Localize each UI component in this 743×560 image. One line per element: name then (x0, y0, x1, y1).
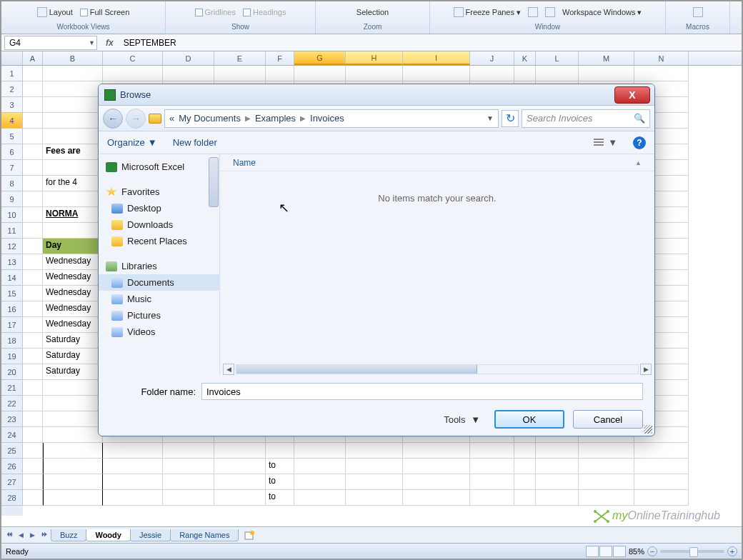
row-header-15[interactable]: 15 (1, 286, 23, 301)
cell-C1[interactable] (103, 66, 163, 81)
scroll-left-button[interactable]: ◀ (223, 364, 234, 375)
row-header-10[interactable]: 10 (1, 207, 23, 223)
forward-button[interactable]: → (126, 109, 146, 129)
cell-M27[interactable] (579, 474, 634, 490)
dialog-titlebar[interactable]: Browse X (99, 84, 654, 106)
row-header-26[interactable]: 26 (1, 459, 23, 474)
cell-K25[interactable] (514, 443, 536, 459)
fullscreen-button[interactable]: Full Screen (80, 8, 130, 16)
sidebar-item-music[interactable]: Music (99, 291, 219, 307)
cell-A24[interactable] (23, 427, 43, 443)
cell-B7[interactable] (43, 160, 103, 176)
cell-K1[interactable] (514, 66, 536, 81)
cell-F25[interactable] (266, 443, 294, 459)
row-header-25[interactable]: 25 (1, 443, 23, 459)
cell-E1[interactable] (214, 66, 266, 81)
cell-B20[interactable]: Saturday (43, 364, 103, 380)
cell-H25[interactable] (346, 443, 403, 459)
first-sheet-button[interactable]: ⯬ (4, 529, 14, 541)
cell-A10[interactable] (23, 207, 43, 223)
cell-N25[interactable] (634, 443, 689, 459)
cell-N1[interactable] (634, 66, 689, 81)
select-all-corner[interactable] (1, 51, 23, 65)
cell-C27[interactable] (103, 474, 163, 490)
scroll-thumb[interactable] (236, 365, 477, 374)
cell-A12[interactable] (23, 239, 43, 254)
cell-A7[interactable] (23, 160, 43, 176)
column-header-C[interactable]: C (103, 51, 163, 65)
row-header-13[interactable]: 13 (1, 254, 23, 270)
folder-name-input[interactable] (201, 383, 643, 400)
cell-D28[interactable] (163, 490, 214, 506)
row-header-2[interactable]: 2 (1, 81, 23, 97)
cell-E27[interactable] (214, 474, 266, 490)
normal-view-button[interactable] (586, 546, 599, 557)
cell-F1[interactable] (266, 66, 294, 81)
row-header-24[interactable]: 24 (1, 427, 23, 443)
resize-grip[interactable] (644, 425, 652, 434)
cell-H26[interactable] (346, 459, 403, 474)
name-box[interactable]: G4 ▼ (4, 36, 97, 50)
next-sheet-button[interactable]: ▶ (27, 529, 37, 541)
cell-G1[interactable] (294, 66, 346, 81)
row-header-14[interactable]: 14 (1, 270, 23, 286)
cell-C28[interactable] (103, 490, 163, 506)
cell-A9[interactable] (23, 191, 43, 207)
cell-B4[interactable] (43, 113, 103, 129)
cell-J26[interactable] (470, 459, 514, 474)
cell-B15[interactable]: Wednesday (43, 286, 103, 301)
column-header-I[interactable]: I (403, 51, 470, 65)
cell-A22[interactable] (23, 396, 43, 411)
cell-L27[interactable] (536, 474, 579, 490)
last-sheet-button[interactable]: ⯮ (39, 529, 49, 541)
cell-A27[interactable] (23, 474, 43, 490)
sidebar-item-videos[interactable]: Videos (99, 324, 219, 340)
cell-D25[interactable] (163, 443, 214, 459)
cell-D1[interactable] (163, 66, 214, 81)
cell-G28[interactable] (294, 490, 346, 506)
sidebar-item-libraries[interactable]: Libraries (99, 258, 219, 274)
help-button[interactable]: ? (633, 136, 646, 149)
cell-A20[interactable] (23, 364, 43, 380)
row-header-5[interactable]: 5 (1, 129, 23, 144)
cell-B17[interactable]: Wednesday (43, 317, 103, 333)
cell-B19[interactable]: Saturday (43, 349, 103, 364)
row-header-3[interactable]: 3 (1, 97, 23, 113)
cell-B14[interactable]: Wednesday (43, 270, 103, 286)
cell-A15[interactable] (23, 286, 43, 301)
cell-A14[interactable] (23, 270, 43, 286)
row-header-22[interactable]: 22 (1, 396, 23, 411)
cell-G27[interactable] (294, 474, 346, 490)
gridlines-check[interactable]: Gridlines (195, 8, 236, 16)
row-header-7[interactable]: 7 (1, 160, 23, 176)
split-icon[interactable] (528, 7, 538, 17)
row-header-8[interactable]: 8 (1, 176, 23, 191)
cell-B28[interactable] (43, 490, 103, 506)
cell-B27[interactable] (43, 474, 103, 490)
column-header-B[interactable]: B (43, 51, 103, 65)
close-button[interactable]: X (614, 86, 650, 104)
cell-A16[interactable] (23, 301, 43, 317)
fx-icon[interactable]: fx (100, 38, 119, 48)
row-header-19[interactable]: 19 (1, 349, 23, 364)
row-header-16[interactable]: 16 (1, 301, 23, 317)
cell-F28[interactable]: to (266, 490, 294, 506)
cell-M26[interactable] (579, 459, 634, 474)
column-header-F[interactable]: F (266, 51, 294, 65)
cell-B12[interactable]: Day (43, 239, 103, 254)
cell-B16[interactable]: Wednesday (43, 301, 103, 317)
cell-C25[interactable] (103, 443, 163, 459)
cell-B21[interactable] (43, 380, 103, 396)
cell-A28[interactable] (23, 490, 43, 506)
formula-input[interactable]: SEPTEMBER (119, 38, 742, 48)
cell-N28[interactable] (634, 490, 689, 506)
cell-J27[interactable] (470, 474, 514, 490)
view-options-button[interactable]: ▼ (594, 137, 617, 148)
scroll-right-button[interactable]: ▶ (640, 364, 652, 375)
back-button[interactable]: ← (103, 109, 123, 129)
cell-A21[interactable] (23, 380, 43, 396)
cell-B24[interactable] (43, 427, 103, 443)
file-list-header[interactable]: Name ▲ (220, 154, 654, 171)
cell-M28[interactable] (579, 490, 634, 506)
cell-A18[interactable] (23, 333, 43, 349)
